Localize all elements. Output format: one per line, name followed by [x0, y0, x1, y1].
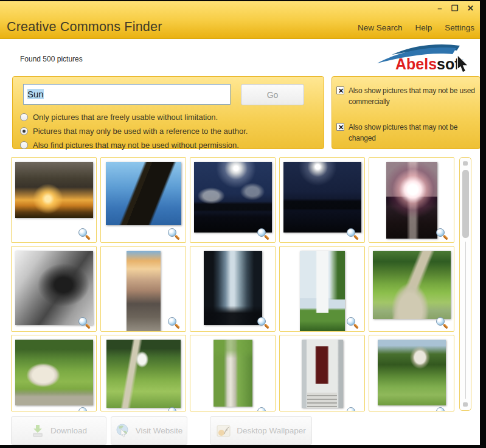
- results-scrollbar[interactable]: [459, 157, 471, 411]
- magnifier-icon[interactable]: [78, 228, 87, 237]
- magnifier-icon[interactable]: [347, 407, 355, 411]
- app-window: – ❒ ✕ Creative Commons Finder New Search…: [0, 1, 480, 445]
- search-query-text: Sun: [27, 89, 44, 99]
- scroll-down-button[interactable]: [463, 402, 468, 407]
- download-button-label: Download: [50, 426, 87, 435]
- license-option-no-permission: Also find pictures that may not be used …: [20, 141, 239, 150]
- result-card[interactable]: [190, 157, 276, 243]
- checkbox-check-icon: ✕: [337, 86, 345, 96]
- maximize-button[interactable]: ❒: [451, 4, 458, 13]
- magnifier-icon[interactable]: [78, 407, 87, 411]
- magnifier-icon[interactable]: [436, 407, 445, 411]
- photo-thumbnail: [15, 340, 93, 405]
- photo-thumbnail: [106, 340, 181, 408]
- scrollbar-thumb[interactable]: [462, 170, 469, 238]
- magnifier-icon[interactable]: [436, 317, 445, 326]
- radio-free-icon[interactable]: [20, 113, 28, 121]
- search-input[interactable]: Sun: [23, 84, 231, 105]
- wallpaper-icon: [216, 424, 231, 438]
- magnifier-icon[interactable]: [347, 228, 355, 237]
- nav-settings[interactable]: Settings: [445, 23, 474, 32]
- action-bar: Download Visit Website: [0, 416, 480, 445]
- checkbox-check-icon: ✕: [337, 122, 345, 133]
- result-card[interactable]: [100, 246, 186, 332]
- page-title: Creative Commons Finder: [7, 19, 162, 35]
- results-grid: [11, 157, 454, 411]
- logo-wordmark: Abelssoft: [395, 55, 465, 72]
- visit-website-button-label: Visit Website: [136, 426, 183, 435]
- checkbox-non-commercial-label[interactable]: Also show pictures that may not be used …: [349, 85, 477, 107]
- photo-thumbnail: [15, 251, 93, 325]
- window-controls: – ❒ ✕: [437, 4, 474, 13]
- magnifier-icon[interactable]: [78, 317, 87, 326]
- result-card[interactable]: [11, 157, 97, 243]
- download-button[interactable]: Download: [11, 416, 106, 445]
- results-count-label: Found 500 pictures: [20, 55, 83, 63]
- result-card[interactable]: [279, 335, 365, 411]
- desktop-wallpaper-button[interactable]: Desktop Wallpaper: [210, 416, 312, 445]
- search-panel: Sun Go Only pictures that are freely usa…: [12, 76, 324, 149]
- grid-row: [11, 335, 454, 411]
- photo-thumbnail: [373, 251, 451, 319]
- radio-no-permission-icon[interactable]: [20, 141, 28, 149]
- result-card[interactable]: [11, 335, 97, 411]
- visit-website-button[interactable]: Visit Website: [111, 416, 187, 445]
- nav-new-search[interactable]: New Search: [358, 23, 403, 32]
- photo-thumbnail: [300, 251, 345, 332]
- radio-free-label[interactable]: Only pictures that are freely usable wit…: [33, 113, 218, 122]
- checkbox-non-commercial[interactable]: ✕: [336, 86, 344, 94]
- nav-help[interactable]: Help: [415, 23, 432, 32]
- radio-no-permission-label[interactable]: Also find pictures that may not be used …: [33, 141, 239, 150]
- magnifier-icon[interactable]: [257, 407, 266, 411]
- photo-thumbnail: [283, 162, 361, 233]
- magnifier-icon[interactable]: [168, 407, 176, 411]
- go-button[interactable]: Go: [241, 84, 304, 105]
- result-card[interactable]: [11, 246, 97, 332]
- checkbox-no-derivatives-label[interactable]: Also show pictures that may not be chang…: [349, 122, 477, 144]
- photo-thumbnail: [204, 251, 262, 325]
- photo-thumbnail: [15, 162, 93, 218]
- result-card[interactable]: [279, 157, 365, 243]
- photo-thumbnail: [127, 251, 161, 332]
- magnifier-icon[interactable]: [257, 228, 266, 237]
- globe-icon: [116, 424, 130, 438]
- photo-thumbnail: [106, 162, 181, 225]
- grid-row: [11, 246, 454, 332]
- result-card[interactable]: [279, 246, 365, 332]
- result-card[interactable]: [100, 335, 186, 411]
- photo-thumbnail: [378, 340, 446, 405]
- filter-non-commercial: ✕ Also show pictures that may not be use…: [336, 85, 477, 107]
- abelssoft-logo: Abelssoft: [375, 40, 472, 73]
- radio-attribution-icon[interactable]: [20, 127, 28, 135]
- photo-thumbnail: [194, 162, 272, 233]
- magnifier-icon[interactable]: [257, 317, 266, 326]
- close-button[interactable]: ✕: [467, 4, 474, 13]
- download-icon: [30, 424, 45, 438]
- license-option-attribution: Pictures that may only be used with a re…: [20, 127, 248, 136]
- result-card[interactable]: [369, 157, 454, 243]
- result-card[interactable]: [369, 335, 454, 411]
- magnifier-icon[interactable]: [436, 228, 445, 237]
- photo-thumbnail: [386, 162, 437, 239]
- minimize-button[interactable]: –: [437, 4, 442, 13]
- filter-panel: ✕ Also show pictures that may not be use…: [332, 76, 480, 149]
- desktop-background: – ❒ ✕ Creative Commons Finder New Search…: [0, 0, 486, 448]
- result-card[interactable]: [369, 246, 454, 332]
- result-card[interactable]: [190, 246, 276, 332]
- desktop-wallpaper-button-label: Desktop Wallpaper: [237, 426, 306, 435]
- radio-attribution-label[interactable]: Pictures that may only be used with a re…: [33, 127, 248, 136]
- result-card[interactable]: [100, 157, 186, 243]
- checkbox-no-derivatives[interactable]: ✕: [336, 123, 344, 131]
- scrollbar-track[interactable]: [465, 242, 466, 399]
- result-card[interactable]: [190, 335, 276, 411]
- header-nav: New Search Help Settings: [358, 23, 474, 32]
- license-option-free: Only pictures that are freely usable wit…: [20, 113, 218, 122]
- filter-no-derivatives: ✕ Also show pictures that may not be cha…: [336, 122, 477, 144]
- photo-thumbnail: [302, 340, 343, 408]
- photo-thumbnail: [213, 340, 252, 407]
- magnifier-icon[interactable]: [168, 228, 176, 237]
- magnifier-icon[interactable]: [347, 317, 355, 326]
- scroll-up-button[interactable]: [463, 161, 468, 166]
- magnifier-icon[interactable]: [168, 317, 176, 326]
- grid-row: [11, 157, 454, 243]
